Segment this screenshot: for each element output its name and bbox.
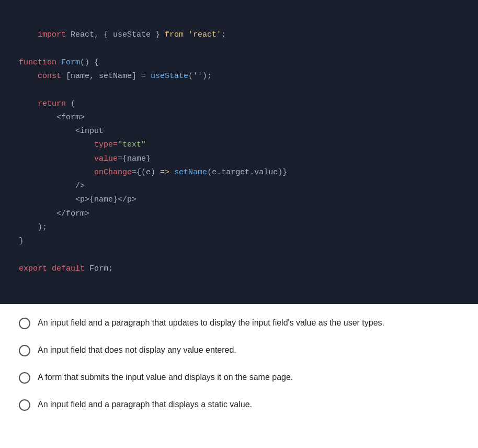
option-item-2[interactable]: An input field that does not display any… <box>19 344 459 356</box>
code-line: export default Form; <box>19 264 113 273</box>
code-line: import React, { useState } from 'react'; <box>38 30 226 39</box>
code-line: onChange={(e) => setName(e.target.value)… <box>19 168 287 177</box>
radio-button-4[interactable] <box>19 399 30 411</box>
option-item-4[interactable]: An input field and a paragraph that disp… <box>19 398 459 411</box>
option-text-3: A form that submits the input value and … <box>38 371 293 384</box>
radio-button-3[interactable] <box>19 372 30 384</box>
code-line: <p>{name}</p> <box>19 195 136 204</box>
code-line: value={name} <box>19 154 151 163</box>
code-line: <input <box>19 127 104 136</box>
option-item-1[interactable]: An input field and a paragraph that upda… <box>19 317 459 329</box>
options-section: An input field and a paragraph that upda… <box>0 304 478 423</box>
code-editor: import React, { useState } from 'react';… <box>0 0 478 304</box>
option-text-1: An input field and a paragraph that upda… <box>38 317 384 329</box>
radio-button-1[interactable] <box>19 318 30 329</box>
code-content: import React, { useState } from 'react';… <box>19 15 459 289</box>
code-line: ); <box>19 223 47 232</box>
code-line: const [name, setName] = useState(''); <box>19 72 212 81</box>
code-line: return ( <box>19 99 75 108</box>
code-line: </form> <box>19 209 89 218</box>
code-line: <form> <box>19 113 85 122</box>
code-line: /> <box>19 182 85 191</box>
code-line: type="text" <box>19 140 146 149</box>
option-item-3[interactable]: A form that submits the input value and … <box>19 371 459 384</box>
code-line: function Form() { <box>19 58 99 67</box>
radio-button-2[interactable] <box>19 345 30 356</box>
code-line: } <box>19 237 24 245</box>
option-text-4: An input field and a paragraph that disp… <box>38 398 252 411</box>
option-text-2: An input field that does not display any… <box>38 344 236 356</box>
